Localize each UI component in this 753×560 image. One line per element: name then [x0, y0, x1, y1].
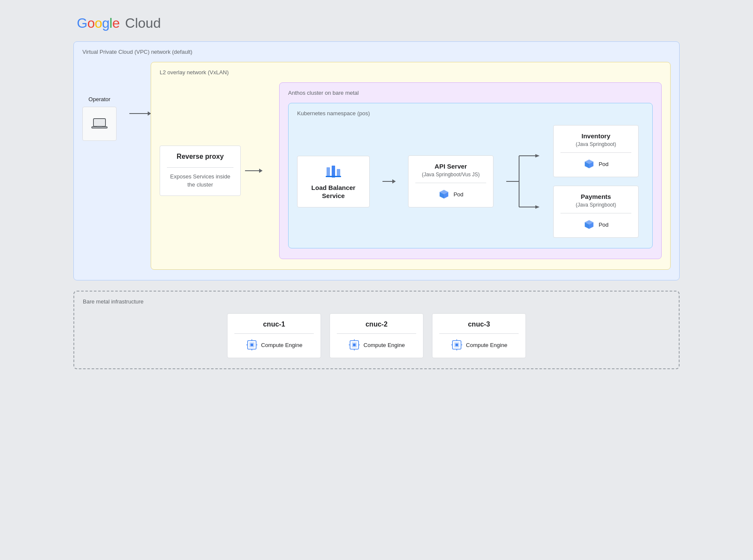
k8s-label: Kubernetes namespace (pos): [297, 110, 644, 117]
svg-rect-36: [353, 344, 356, 346]
node-cnuc1: cnuc-1 Compute Engine: [227, 313, 321, 358]
inventory-box: Inventory (Java Springboot): [553, 125, 639, 177]
payments-box: Payments (Java Springboot): [553, 186, 639, 238]
svg-rect-6: [337, 169, 340, 176]
svg-rect-5: [332, 166, 335, 178]
right-boxes: Inventory (Java Springboot): [553, 125, 639, 238]
reverse-proxy-title: Reverse proxy: [167, 153, 233, 160]
svg-rect-3: [97, 127, 102, 128]
node-cnuc2: cnuc-2 Compute Engine: [330, 313, 423, 358]
inventory-title: Inventory: [560, 132, 631, 140]
vpc-label: Virtual Private Cloud (VPC) network (def…: [82, 49, 671, 55]
cloud-text: Cloud: [121, 15, 161, 31]
bare-metal-box: Bare metal infrastructure cnuc-1 Comp: [73, 291, 680, 369]
payments-pod-icon: [583, 219, 595, 230]
lb-icon: [324, 163, 343, 180]
api-pod-icon: [438, 188, 450, 200]
api-pod-label: Pod: [453, 191, 463, 198]
anthos-label: Anthos cluster on bare metal: [288, 90, 653, 96]
reverse-proxy-box: Reverse proxy Exposes Services inside th…: [160, 146, 241, 195]
payments-pod-label: Pod: [598, 222, 608, 228]
node-cnuc3-title: cnuc-3: [439, 321, 519, 328]
operator-to-proxy-arrow: [129, 113, 151, 114]
svg-marker-18: [535, 205, 540, 209]
node-cnuc1-compute: Compute Engine: [261, 342, 303, 348]
svg-rect-29: [251, 344, 253, 346]
operator-label: Operator: [88, 96, 110, 102]
svg-rect-43: [455, 344, 458, 346]
ce-icon-3: [451, 339, 463, 351]
node-cnuc2-title: cnuc-2: [337, 321, 416, 328]
anthos-box: Anthos cluster on bare metal Kubernetes …: [279, 82, 662, 259]
operator-section: Operator: [82, 96, 117, 141]
api-server-box: API Server (Java Springboot/Vus JS): [408, 155, 493, 207]
header: Google Cloud: [9, 9, 744, 41]
l2-label: L2 overlay network (VxLAN): [160, 69, 662, 76]
inventory-subtitle: (Java Springboot): [560, 141, 631, 147]
node-cnuc2-compute: Compute Engine: [364, 342, 405, 348]
svg-rect-4: [327, 167, 330, 176]
lb-text: Load Balancer Service: [304, 184, 362, 200]
operator-box: [82, 107, 117, 141]
l2-box: L2 overlay network (VxLAN) Reverse proxy…: [151, 62, 671, 270]
node-cnuc3: cnuc-3 Compute Engine: [432, 313, 526, 358]
payments-subtitle: (Java Springboot): [560, 202, 631, 208]
bare-metal-label: Bare metal infrastructure: [83, 298, 670, 305]
api-title: API Server: [415, 163, 486, 170]
node-cnuc3-compute: Compute Engine: [466, 342, 508, 348]
payments-title: Payments: [560, 193, 631, 200]
ce-icon-1: [246, 339, 258, 351]
svg-rect-7: [326, 176, 341, 177]
reverse-proxy-desc: Exposes Services inside the cluster: [167, 173, 233, 188]
ce-icon-2: [348, 339, 360, 351]
google-logo: Google: [77, 15, 120, 31]
k8s-box: Kubernetes namespace (pos): [288, 103, 653, 248]
svg-marker-15: [535, 154, 540, 158]
branch-arrows: [506, 139, 540, 224]
proxy-to-lb-arrow: [245, 170, 262, 171]
laptop-icon: [91, 115, 108, 132]
node-cnuc1-title: cnuc-1: [234, 321, 314, 328]
svg-rect-1: [94, 120, 105, 125]
api-subtitle: (Java Springboot/Vus JS): [415, 172, 486, 178]
load-balancer-box: Load Balancer Service: [297, 156, 370, 207]
vpc-box: Virtual Private Cloud (VPC) network (def…: [73, 41, 680, 280]
lb-to-api-arrow: [382, 181, 395, 182]
inventory-pod-icon: [583, 158, 595, 170]
inventory-pod-label: Pod: [598, 161, 608, 167]
infra-nodes: cnuc-1 Compute Engine cnuc-: [83, 313, 670, 358]
